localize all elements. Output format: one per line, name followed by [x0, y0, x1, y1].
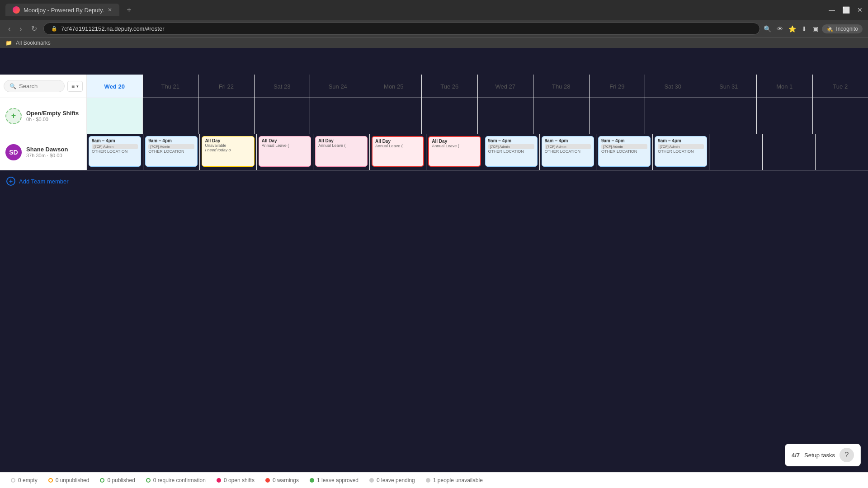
incognito-badge: 🕵 Incognito — [822, 24, 863, 33]
minimize-button[interactable]: — — [829, 6, 835, 14]
bookmarks-folder-icon: 📁 — [5, 40, 12, 46]
tab-favicon — [13, 6, 20, 14]
refresh-button[interactable]: ↻ — [28, 23, 40, 35]
tab-title: Moodjoy - Powered By Deputy. — [24, 7, 104, 14]
new-tab-button[interactable]: + — [123, 5, 135, 15]
back-button[interactable]: ‹ — [5, 23, 13, 35]
search-browser-icon[interactable]: 🔍 — [764, 25, 771, 33]
lock-icon: 🔒 — [51, 26, 57, 32]
incognito-label: Incognito — [836, 26, 858, 32]
bookmarks-label: All Bookmarks — [16, 40, 51, 46]
address-bar[interactable]: 🔒 7cf47d19112152.na.deputy.com/#roster — [43, 23, 760, 35]
incognito-icon: 🕵 — [826, 26, 833, 32]
restore-button[interactable]: ⬜ — [842, 6, 850, 14]
close-button[interactable]: ✕ — [857, 6, 863, 14]
download-icon[interactable]: ⬇ — [802, 25, 807, 33]
url-text: 7cf47d19112152.na.deputy.com/#roster — [61, 25, 165, 32]
sidebar-icon[interactable]: ▣ — [812, 25, 818, 33]
tab-close-button[interactable]: ✕ — [108, 7, 112, 13]
browser-tab[interactable]: Moodjoy - Powered By Deputy. ✕ — [5, 4, 119, 16]
browser-chrome: Moodjoy - Powered By Deputy. ✕ + — ⬜ ✕ — [0, 0, 868, 20]
window-controls: — ⬜ ✕ — [829, 6, 863, 14]
browser-actions: 🔍 👁 ⭐ ⬇ ▣ — [764, 25, 818, 33]
reading-mode-icon[interactable]: 👁 — [777, 25, 783, 33]
bookmarks-bar: 📁 All Bookmarks — [0, 38, 868, 48]
browser-toolbar: ‹ › ↻ 🔒 7cf47d19112152.na.deputy.com/#ro… — [0, 20, 868, 38]
bookmark-icon[interactable]: ⭐ — [788, 25, 796, 33]
forward-button[interactable]: › — [17, 23, 24, 35]
